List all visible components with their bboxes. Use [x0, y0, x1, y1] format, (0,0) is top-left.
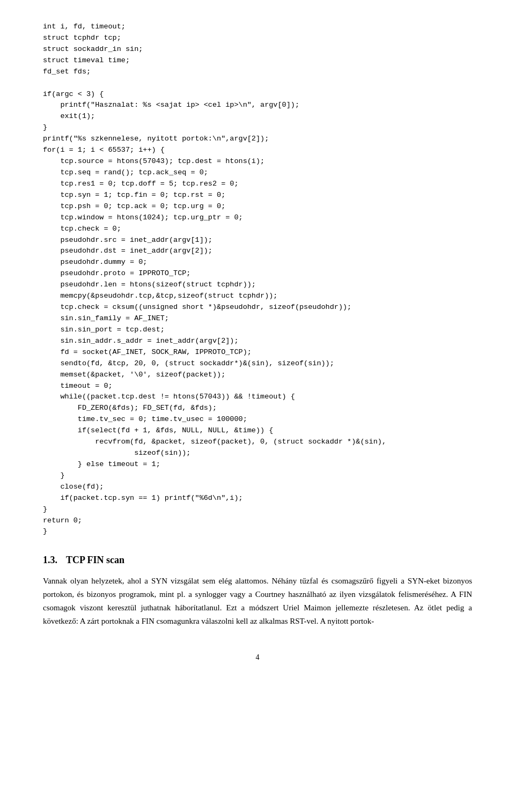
- section-title: TCP FIN scan: [66, 555, 124, 566]
- page-number: 4: [43, 653, 472, 662]
- section-number: 1.3.: [43, 555, 57, 566]
- code-section: int i, fd, timeout; struct tcphdr tcp; s…: [43, 21, 472, 537]
- section-header: 1.3. TCP FIN scan: [43, 555, 472, 566]
- body-text-container: Vannak olyan helyzetek, ahol a SYN vizsg…: [43, 574, 472, 628]
- code-content: int i, fd, timeout; struct tcphdr tcp; s…: [43, 21, 472, 537]
- body-paragraph-1: Vannak olyan helyzetek, ahol a SYN vizsg…: [43, 574, 472, 628]
